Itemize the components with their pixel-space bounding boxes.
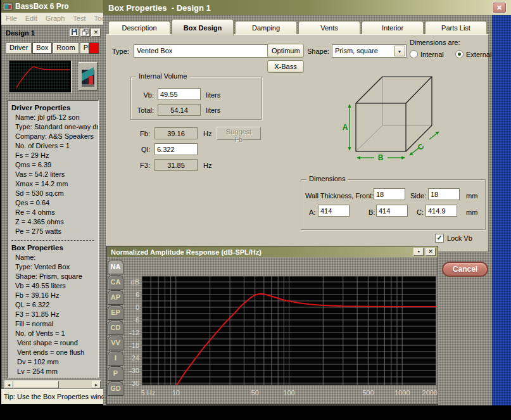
floppy-icon — [72, 29, 77, 35]
property-line: Type: Vented Box — [11, 262, 98, 272]
vb-input[interactable] — [158, 88, 201, 100]
f3-field — [155, 159, 198, 171]
horizontal-scrollbar[interactable]: ◄ ► — [4, 379, 101, 389]
driver-properties-list: Name: jbl gt5-12 sonType: Standard one-w… — [11, 113, 98, 236]
close-icon: ✕ — [428, 248, 433, 255]
side-button-ca[interactable]: CA — [108, 275, 123, 290]
menu-item-graph[interactable]: Graph — [46, 13, 65, 25]
radio-external[interactable]: External — [455, 50, 491, 58]
a-input[interactable] — [318, 205, 350, 217]
property-line: Sd = 530 sq.cm — [11, 189, 98, 198]
tab-damping[interactable]: Damping — [235, 21, 297, 34]
chart-window: Normalized Amplitude Response (dB-SPL/Hz… — [106, 246, 438, 405]
lock-vb-checkbox[interactable]: ✓ Lock Vb — [435, 234, 472, 243]
menu-item-tools[interactable]: Tools — [94, 13, 103, 25]
scroll-right-button[interactable]: ► — [92, 381, 101, 388]
design-tab-driver[interactable]: Driver — [6, 42, 32, 54]
property-line: No. of Vents = 1 — [11, 329, 98, 338]
dim-b-label: B — [378, 153, 384, 162]
side-button-p[interactable]: P — [108, 366, 123, 381]
side-button-na[interactable]: NA — [108, 260, 123, 274]
side-button-vv[interactable]: VV — [108, 336, 123, 350]
type-select[interactable]: Vented Box ▼ — [134, 44, 281, 58]
tab-vents[interactable]: Vents — [298, 21, 360, 34]
menu-item-edit[interactable]: Edit — [25, 13, 37, 25]
svg-text:100: 100 — [283, 389, 294, 397]
svg-text:0: 0 — [136, 303, 139, 311]
tab-page-box-design: Type: Vented Box ▼ Optimum X-Bass Shape:… — [106, 34, 489, 252]
properties-panel: Driver Properties Name: jbl gt5-12 sonTy… — [8, 100, 99, 378]
wall-unit: mm — [466, 192, 477, 200]
dropdown-arrow-icon[interactable]: ▼ — [394, 46, 405, 56]
chart-minimize-button[interactable]: ▪ — [413, 248, 424, 256]
property-line: Vb = 49.55 liters — [11, 281, 98, 291]
properties-divider — [11, 240, 94, 241]
property-line: Pe = 275 watts — [11, 227, 98, 236]
type-value: Vented Box — [137, 47, 172, 54]
scrollbar-thumb[interactable] — [13, 381, 59, 388]
chart-close-button[interactable]: ✕ — [426, 248, 436, 256]
a-label: A: — [309, 208, 315, 216]
property-line: Xmax = 14.2 mm — [11, 179, 98, 189]
svg-text:1000: 1000 — [394, 389, 410, 397]
ql-input[interactable] — [155, 143, 198, 155]
property-line: Fb = 39.16 Hz — [11, 291, 98, 300]
property-line: F3 = 31.85 Hz — [11, 310, 98, 319]
design-close-button[interactable]: ✕ — [91, 29, 101, 37]
c-label: C: — [417, 208, 424, 216]
c-input[interactable] — [426, 205, 457, 217]
app-window: BassBox 6 Pro FileEditGraphTestTools Des… — [1, 0, 103, 404]
box-diagram: A B C — [330, 67, 447, 167]
side-label: Side: — [410, 192, 426, 200]
radio-external-label: External — [466, 51, 491, 58]
total-field — [158, 104, 201, 116]
dialog-tab-bar: DescriptionBox DesignDampingVentsInterio… — [108, 20, 487, 34]
scrollbar-track[interactable] — [13, 381, 92, 388]
plot-color-swatch[interactable] — [89, 42, 99, 54]
property-line: QL = 6.322 — [11, 300, 98, 310]
svg-text:-12: -12 — [129, 329, 139, 336]
fb-unit: Hz — [203, 130, 211, 137]
property-line: No. of Drivers = 1 — [11, 141, 98, 151]
optimum-button[interactable]: Optimum — [267, 44, 304, 58]
design-tab-box[interactable]: Box — [32, 42, 52, 54]
internal-volume-legend: Internal Volume — [136, 72, 189, 80]
save-button[interactable] — [70, 29, 79, 37]
thumbnail-chart — [9, 61, 70, 91]
shape-select[interactable]: Prism, square ▼ — [332, 44, 407, 58]
tab-parts-list[interactable]: Parts List — [425, 21, 487, 34]
radio-internal[interactable]: Internal — [410, 50, 444, 58]
side-button-gd[interactable]: GD — [108, 381, 123, 396]
side-button-cd[interactable]: CD — [108, 321, 123, 335]
chart-title: Normalized Amplitude Response (dB-SPL/Hz… — [109, 248, 412, 256]
tab-description[interactable]: Description — [108, 21, 170, 34]
tab-box-design[interactable]: Box Design — [172, 19, 234, 35]
side-button-i[interactable]: I — [108, 351, 123, 366]
design-tab-room[interactable]: Room — [53, 42, 79, 54]
front-thickness-input[interactable] — [374, 188, 405, 200]
side-thickness-input[interactable] — [428, 188, 460, 200]
box-preview-icon — [79, 62, 98, 91]
f3-unit: Hz — [203, 162, 211, 169]
svg-text:2000: 2000 — [422, 389, 438, 397]
duplicate-button[interactable] — [80, 29, 90, 37]
menu-item-test[interactable]: Test — [73, 13, 85, 25]
property-line: Lv = 254 mm — [11, 367, 98, 376]
property-line: Name: — [11, 253, 98, 262]
side-button-ep[interactable]: EP — [108, 305, 123, 320]
radio-unchecked-icon — [410, 50, 418, 58]
dimensions-legend: Dimensions — [306, 175, 348, 182]
scroll-left-button[interactable]: ◄ — [4, 381, 13, 388]
menu-item-file[interactable]: File — [6, 13, 17, 25]
property-line: Vas = 54.2 liters — [11, 170, 98, 179]
cancel-button[interactable]: Cancel — [442, 262, 488, 277]
design-titlebar: Design 1 ✕ — [4, 27, 101, 38]
xbass-button[interactable]: X-Bass — [267, 60, 304, 73]
amplitude-response-chart: dB60-6-12-18-24-30-365 Hz105010050010002… — [126, 260, 438, 404]
total-unit: liters — [206, 106, 220, 114]
dialog-close-button[interactable]: ✕ — [492, 2, 507, 13]
b-label: B: — [369, 208, 375, 216]
b-input[interactable] — [376, 205, 408, 217]
side-button-ap[interactable]: AP — [108, 290, 123, 305]
tab-interior[interactable]: Interior — [362, 21, 424, 34]
